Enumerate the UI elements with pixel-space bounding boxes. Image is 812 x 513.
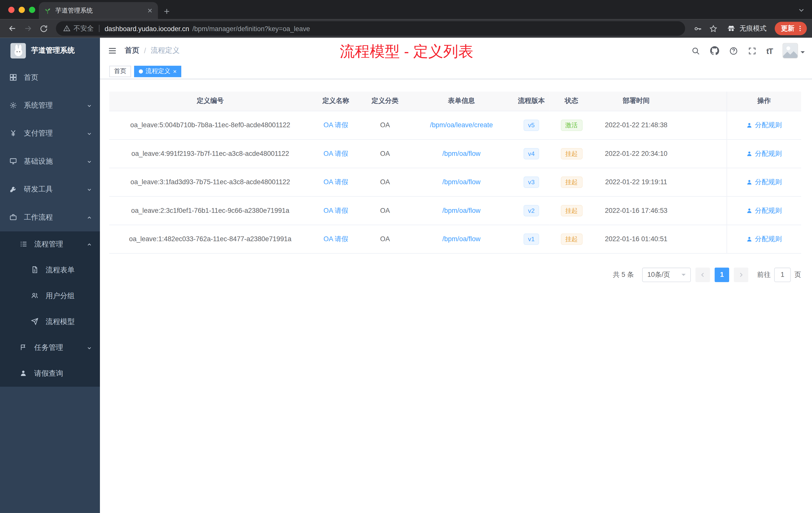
wrench-icon — [9, 185, 18, 193]
form-info-link[interactable]: /bpm/oa/flow — [442, 178, 481, 186]
password-key-icon[interactable] — [690, 21, 705, 36]
tab-search-chevron-icon[interactable] — [798, 7, 805, 13]
version-tag: v3 — [523, 176, 539, 187]
url-path: /bpm/manager/definition?key=oa_leave — [192, 25, 310, 32]
tags-view-tab-home[interactable]: 首页 — [109, 65, 131, 77]
sidebar-item-dev-tools[interactable]: 研发工具 — [0, 175, 100, 203]
definition-category: OA — [360, 224, 410, 253]
window-controls — [8, 7, 35, 13]
tags-view-tab-current[interactable]: 流程定义 × — [134, 65, 181, 77]
filler-cell — [679, 168, 727, 196]
table-body: oa_leave:5:004b710b-7b8a-11ec-8ef0-acde4… — [109, 111, 801, 253]
page-size-select[interactable]: 10条/页 — [642, 267, 691, 282]
status-tag: 挂起 — [561, 233, 582, 244]
page-content: 定义编号 定义名称 定义分类 表单信息 流程版本 状态 部署时间 操作 oa_l… — [100, 79, 812, 513]
users-icon — [31, 292, 39, 300]
page-number-button[interactable]: 1 — [715, 267, 729, 282]
briefcase-icon — [9, 213, 18, 221]
col-header-name: 定义名称 — [311, 92, 360, 111]
font-size-icon[interactable]: tT — [766, 47, 773, 55]
person-icon — [746, 150, 753, 157]
chevron-down-icon — [86, 345, 92, 351]
version-tag: v5 — [523, 119, 539, 130]
chevron-down-icon — [86, 103, 92, 109]
new-tab-button[interactable] — [163, 8, 171, 15]
address-bar[interactable]: 不安全 dashboard.yudao.iocoder.cn/bpm/manag… — [56, 21, 685, 36]
assign-rule-link[interactable]: 分配规则 — [746, 177, 782, 186]
omnibox-divider — [99, 25, 99, 32]
help-icon[interactable] — [729, 47, 738, 55]
sidebar-item-payment[interactable]: 支付管理 — [0, 119, 100, 147]
sidebar-item-task-management[interactable]: 任务管理 — [0, 335, 100, 361]
goto-page: 前往 页 — [757, 267, 801, 282]
definition-name-link[interactable]: OA 请假 — [323, 121, 348, 129]
person-icon — [746, 122, 753, 128]
definition-name-link[interactable]: OA 请假 — [323, 235, 348, 242]
incognito-icon — [727, 24, 736, 33]
active-dot — [139, 69, 143, 73]
table-row: oa_leave:4:991f2193-7b7f-11ec-a3c8-acde4… — [109, 139, 801, 168]
chevron-down-icon — [86, 187, 92, 192]
table-row: oa_leave:2:3c1f0ef1-76b1-11ec-9c66-a2380… — [109, 196, 801, 224]
bookmark-star-icon[interactable] — [706, 21, 720, 36]
sidebar-item-process-management[interactable]: 流程管理 — [0, 232, 100, 257]
sidebar-item-system[interactable]: 系统管理 — [0, 92, 100, 119]
definition-name-link[interactable]: OA 请假 — [323, 149, 348, 157]
sidebar-item-workflow[interactable]: 工作流程 — [0, 204, 100, 232]
github-icon[interactable] — [710, 46, 719, 56]
window-minimize-button[interactable] — [19, 7, 25, 13]
col-header-version: 流程版本 — [513, 92, 549, 111]
assign-rule-link[interactable]: 分配规则 — [746, 120, 782, 130]
assign-rule-link[interactable]: 分配规则 — [746, 149, 782, 158]
filler-cell — [679, 111, 727, 139]
tab-close-icon[interactable] — [147, 8, 153, 13]
navbar-actions: tT — [691, 43, 805, 58]
definition-name-link[interactable]: OA 请假 — [323, 178, 348, 185]
breadcrumb-home[interactable]: 首页 — [125, 46, 139, 56]
reload-button[interactable] — [36, 21, 51, 36]
forward-button[interactable] — [21, 21, 35, 36]
tab-close-icon[interactable]: × — [173, 68, 176, 74]
sidebar-item-leave-query[interactable]: 请假查询 — [0, 361, 100, 387]
sidebar-logo[interactable]: 芋道管理系统 — [0, 38, 100, 64]
hamburger-icon[interactable] — [108, 46, 117, 56]
back-button[interactable] — [5, 21, 20, 36]
search-icon[interactable] — [691, 47, 700, 55]
status-tag: 挂起 — [561, 205, 582, 216]
pagination: 共 5 条 10条/页 1 前往 页 — [109, 267, 801, 282]
version-tag: v2 — [523, 205, 539, 216]
sidebar-item-infrastructure[interactable]: 基础设施 — [0, 148, 100, 175]
sidebar-item-process-model[interactable]: 流程模型 — [0, 309, 100, 335]
sidebar-item-user-group[interactable]: 用户分组 — [0, 283, 100, 309]
browser-menu-kebab-icon[interactable] — [796, 24, 804, 33]
deploy-time: 2022-01-22 21:48:38 — [593, 111, 679, 139]
incognito-profile-chip[interactable]: 无痕模式 — [727, 24, 766, 33]
assign-rule-link[interactable]: 分配规则 — [746, 206, 782, 215]
prev-page-button[interactable] — [696, 267, 710, 282]
filler-cell — [679, 139, 727, 168]
user-menu[interactable] — [782, 43, 805, 58]
flag-icon — [20, 344, 28, 352]
goto-page-input[interactable] — [774, 267, 791, 282]
form-info-link[interactable]: /bpm/oa/flow — [442, 207, 481, 214]
form-info-link[interactable]: /bpm/oa/flow — [442, 150, 481, 157]
browser-tab-strip: 芋道管理系统 — [0, 0, 812, 19]
sidebar-item-home[interactable]: 首页 — [0, 64, 100, 92]
update-button[interactable]: 更新 — [775, 22, 807, 35]
definition-category: OA — [360, 196, 410, 224]
paper-plane-icon — [31, 318, 39, 326]
next-page-button[interactable] — [734, 267, 749, 282]
form-info-link[interactable]: /bpm/oa/flow — [442, 235, 481, 243]
browser-tab[interactable]: 芋道管理系统 — [39, 2, 158, 19]
assign-rule-link[interactable]: 分配规则 — [746, 234, 782, 243]
browser-toolbar: 不安全 dashboard.yudao.iocoder.cn/bpm/manag… — [0, 19, 812, 38]
chevron-down-icon — [86, 131, 92, 137]
fullscreen-icon[interactable] — [748, 47, 756, 55]
form-info-link[interactable]: /bpm/oa/leave/create — [430, 121, 493, 129]
person-icon — [746, 179, 753, 185]
definition-name-link[interactable]: OA 请假 — [323, 206, 348, 214]
window-zoom-button[interactable] — [29, 7, 35, 13]
sidebar-item-process-form[interactable]: 流程表单 — [0, 257, 100, 283]
breadcrumb: 首页 / 流程定义 — [125, 46, 179, 56]
window-close-button[interactable] — [8, 7, 14, 13]
